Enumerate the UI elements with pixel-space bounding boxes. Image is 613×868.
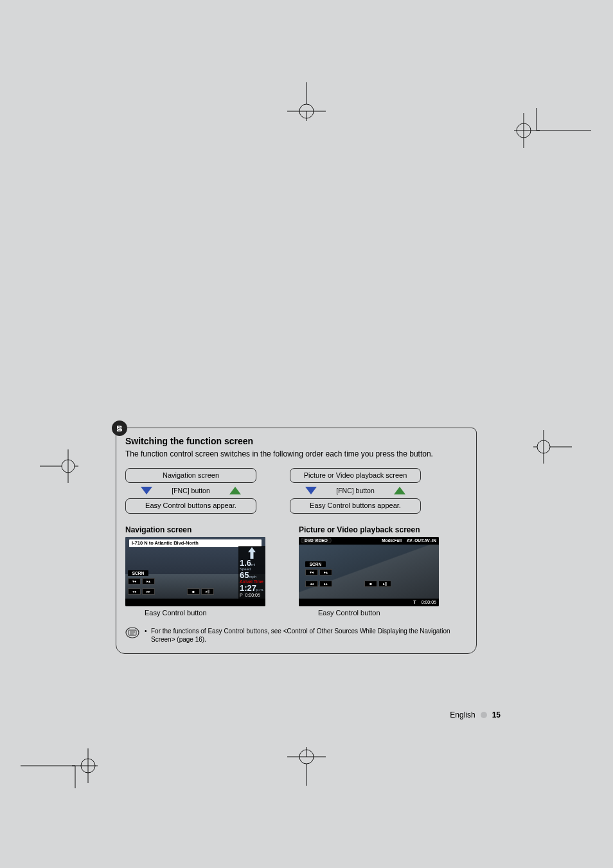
triangle-down-icon <box>141 487 152 494</box>
seek-fwd-button[interactable]: ▸▴ <box>319 569 332 575</box>
section-title: Switching the function screen <box>125 436 467 446</box>
crop-mark-left-corner <box>21 743 98 788</box>
note-block: •For the functions of Easy Control butto… <box>125 627 467 644</box>
note-icon <box>125 627 139 638</box>
triangle-up-icon <box>229 487 241 494</box>
flow-col-video: Picture or Video playback screen [FNC] b… <box>290 468 421 513</box>
nav-transport-controls: ◂◂ ▸▸ ■ ▸ǁ <box>128 588 214 595</box>
prev-button[interactable]: ◂◂ <box>128 588 141 595</box>
crop-mark-left-mid <box>40 447 78 485</box>
crop-mark-top <box>280 82 333 121</box>
crop-mark-right-mid <box>533 428 572 466</box>
nav-side-panel: 1.6mi Speed65mph Arrival Time1:27p.m. P … <box>238 546 265 599</box>
nav-time: 0:00:05 <box>245 593 260 597</box>
nav-screenshot-title: Navigation screen <box>125 525 265 534</box>
play-pause-button[interactable]: ▸ǁ <box>378 581 391 587</box>
flow-box-nav-bottom: Easy Control buttons appear. <box>125 498 256 513</box>
stop-button[interactable]: ■ <box>364 581 377 587</box>
scrn-button[interactable]: SCRN <box>305 561 326 567</box>
prev-button[interactable]: ◂◂ <box>305 581 318 587</box>
crop-mark-bottom <box>280 747 333 786</box>
note-text: •For the functions of Easy Control butto… <box>145 627 467 644</box>
seek-back-button[interactable]: ▾◂ <box>305 569 318 575</box>
easy-control-label: Easy Control button <box>299 609 439 617</box>
flow-col-nav: Navigation screen [FNC] button Easy Cont… <box>125 468 256 513</box>
next-button[interactable]: ▸▸ <box>319 581 332 587</box>
triangle-up-icon <box>394 487 405 494</box>
screenshots-row: Navigation screen I-710 N to Atlantic Bl… <box>125 525 467 617</box>
nav-distance: 1.6 <box>240 558 251 568</box>
footer-separator-icon <box>481 712 487 718</box>
crop-mark-right-corner <box>514 108 591 153</box>
next-button[interactable]: ▸▸ <box>142 588 155 595</box>
nav-speed: 65 <box>240 570 249 580</box>
nav-arrow-icon <box>247 547 256 559</box>
footer-lang: English <box>450 710 475 719</box>
scrn-button[interactable]: SCRN <box>128 570 148 576</box>
video-time: 0:00:05 <box>422 600 436 604</box>
video-transport-controls: ◂◂ ▸▸ ■ ▸ǁ <box>305 581 391 587</box>
note-content: For the functions of Easy Control button… <box>151 627 467 644</box>
avout-label: AV–OUT:AV–IN <box>407 538 436 543</box>
triangle-down-icon <box>305 487 317 494</box>
nav-arrival-unit: p.m. <box>256 588 264 592</box>
mode-label: Mode:Full <box>382 538 402 543</box>
nav-arrival: 1:27 <box>240 583 256 593</box>
flow-box-video-top: Picture or Video playback screen <box>290 468 421 483</box>
nav-speed-unit: mph <box>249 575 256 579</box>
intro-text: The function control screen switches in … <box>125 449 467 459</box>
fnc-button-label: [FNC] button <box>172 487 210 494</box>
video-bottom-bar: T 0:00:05 <box>299 599 439 606</box>
content-frame: Switching the function screen The functi… <box>116 428 477 654</box>
nav-p-label: P <box>240 593 243 597</box>
flow-diagram: Navigation screen [FNC] button Easy Cont… <box>125 468 467 513</box>
video-top-bar: DVD VIDEO Mode:Full AV–OUT:AV–IN <box>299 537 439 545</box>
footer-page-number: 15 <box>492 710 501 719</box>
easy-control-label: Easy Control button <box>125 609 265 617</box>
nav-screenshot-col: Navigation screen I-710 N to Atlantic Bl… <box>125 525 265 617</box>
video-t-label: T <box>413 600 416 604</box>
flow-box-video-bottom: Easy Control buttons appear. <box>290 498 421 513</box>
play-pause-button[interactable]: ▸ǁ <box>201 588 214 595</box>
stop-button[interactable]: ■ <box>187 588 200 595</box>
nav-distance-unit: mi <box>251 563 255 566</box>
seek-fwd-button[interactable]: ▸▴ <box>142 578 155 584</box>
video-screenshot-title: Picture or Video playback screen <box>299 525 439 534</box>
nav-seek-controls: ▾◂ ▸▴ <box>128 578 155 584</box>
nav-screenshot: I-710 N to Atlantic Blvd-North 1.6mi Spe… <box>125 537 265 606</box>
fnc-button-label: [FNC] button <box>336 487 375 494</box>
video-seek-controls: ▾◂ ▸▴ <box>305 569 332 575</box>
page-footer: English 15 <box>450 710 501 719</box>
video-screenshot: DVD VIDEO Mode:Full AV–OUT:AV–IN SCRN ▾◂… <box>299 537 439 606</box>
flow-box-nav-top: Navigation screen <box>125 468 256 483</box>
dvd-video-pill: DVD VIDEO <box>301 538 332 543</box>
seek-back-button[interactable]: ▾◂ <box>128 578 141 584</box>
video-screenshot-col: Picture or Video playback screen DVD VID… <box>299 525 439 617</box>
